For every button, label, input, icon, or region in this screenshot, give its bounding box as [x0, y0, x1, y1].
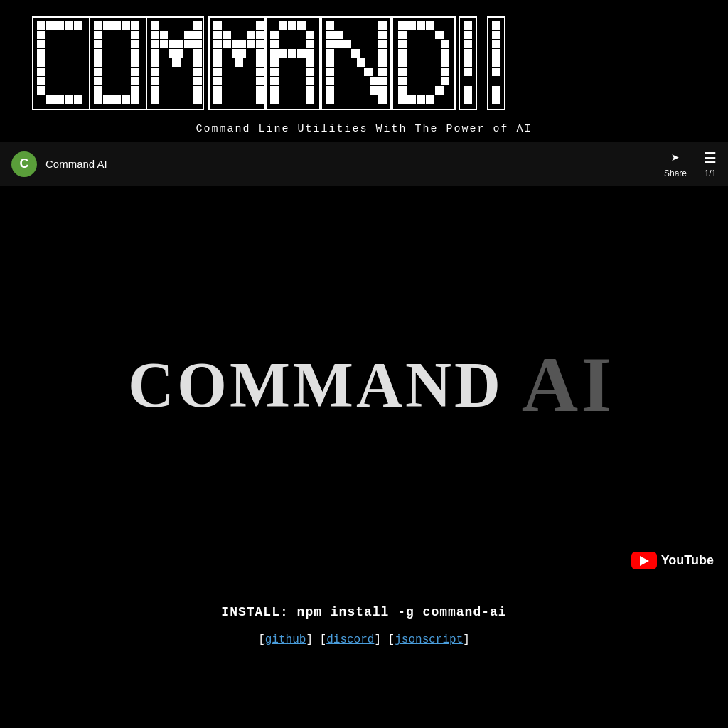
- svg-rect-27: [94, 58, 102, 67]
- svg-rect-23: [94, 40, 102, 48]
- svg-rect-137: [326, 86, 334, 95]
- svg-rect-136: [378, 77, 387, 85]
- svg-rect-130: [378, 58, 387, 67]
- svg-rect-170: [464, 86, 472, 95]
- svg-rect-65: [151, 95, 159, 104]
- svg-rect-72: [256, 31, 264, 39]
- video-card: C Command AI ➤ Share ☰ 1/1 COMMAND AI Yo…: [0, 142, 728, 584]
- share-icon: ➤: [671, 149, 680, 167]
- list-label: 1/1: [705, 168, 717, 178]
- svg-rect-89: [256, 77, 264, 85]
- svg-rect-109: [306, 68, 314, 76]
- svg-rect-54: [175, 49, 183, 58]
- jsonscript-link[interactable]: jsonscript: [395, 633, 463, 646]
- svg-rect-156: [398, 77, 407, 85]
- svg-rect-92: [213, 95, 222, 104]
- svg-rect-176: [492, 58, 500, 67]
- svg-rect-49: [175, 40, 183, 48]
- svg-rect-71: [247, 31, 255, 39]
- svg-rect-64: [193, 86, 202, 95]
- svg-rect-6: [37, 40, 46, 48]
- svg-rect-62: [193, 77, 202, 85]
- svg-rect-57: [172, 58, 181, 67]
- svg-rect-61: [151, 77, 159, 85]
- avatar: C: [11, 151, 37, 177]
- svg-rect-98: [306, 31, 314, 39]
- svg-rect-35: [94, 95, 102, 104]
- svg-rect-68: [256, 21, 264, 30]
- channel-name: Command AI: [46, 158, 107, 170]
- svg-rect-22: [131, 31, 139, 39]
- svg-rect-145: [426, 21, 434, 30]
- svg-rect-133: [378, 68, 387, 76]
- share-button[interactable]: ➤ Share: [664, 149, 687, 178]
- svg-rect-4: [74, 21, 82, 30]
- svg-rect-87: [256, 68, 264, 76]
- svg-rect-132: [364, 68, 373, 76]
- svg-rect-63: [151, 86, 159, 95]
- svg-rect-14: [65, 95, 73, 104]
- svg-rect-2: [55, 21, 64, 30]
- svg-rect-142: [398, 21, 407, 30]
- svg-rect-82: [256, 49, 264, 58]
- svg-rect-24: [131, 40, 139, 48]
- svg-rect-171: [464, 95, 472, 104]
- svg-rect-124: [378, 40, 387, 48]
- svg-rect-28: [131, 58, 139, 67]
- list-button[interactable]: ☰ 1/1: [704, 149, 717, 178]
- svg-rect-11: [37, 86, 46, 95]
- links-bracket-close: ]: [463, 633, 470, 646]
- youtube-play-triangle: [640, 556, 649, 566]
- svg-rect-103: [288, 49, 296, 58]
- video-content: COMMAND AI: [0, 186, 728, 584]
- svg-rect-178: [492, 86, 500, 95]
- svg-rect-18: [112, 21, 121, 30]
- svg-rect-83: [213, 58, 222, 67]
- svg-rect-120: [378, 31, 387, 39]
- svg-rect-26: [131, 49, 139, 58]
- install-text: INSTALL: npm install -g command-ai: [0, 605, 728, 619]
- github-link[interactable]: github: [265, 633, 306, 646]
- svg-rect-67: [213, 21, 222, 30]
- svg-rect-17: [103, 21, 112, 30]
- svg-rect-21: [94, 31, 102, 39]
- svg-rect-88: [213, 77, 222, 85]
- svg-rect-113: [306, 86, 314, 95]
- svg-rect-55: [193, 49, 202, 58]
- svg-rect-12: [46, 95, 55, 104]
- video-header: C Command AI ➤ Share ☰ 1/1: [0, 142, 728, 186]
- svg-rect-102: [279, 49, 287, 58]
- svg-rect-155: [441, 68, 449, 76]
- svg-rect-154: [398, 68, 407, 76]
- svg-rect-79: [213, 49, 222, 58]
- svg-rect-29: [94, 68, 102, 76]
- svg-rect-129: [357, 58, 365, 67]
- svg-rect-128: [326, 58, 334, 67]
- svg-rect-146: [398, 31, 407, 39]
- svg-rect-126: [351, 49, 360, 58]
- svg-rect-101: [270, 49, 279, 58]
- svg-rect-77: [247, 40, 255, 48]
- pixel-logo-svg: rect.p { fill: #fff; }: [23, 14, 705, 139]
- svg-rect-50: [184, 40, 193, 48]
- svg-rect-114: [270, 95, 279, 104]
- svg-rect-7: [37, 49, 46, 58]
- svg-rect-174: [492, 40, 500, 48]
- svg-rect-121: [326, 40, 334, 48]
- svg-rect-179: [492, 95, 500, 104]
- svg-rect-134: [326, 77, 334, 85]
- share-label: Share: [664, 168, 687, 178]
- svg-rect-169: [464, 68, 472, 76]
- svg-rect-32: [131, 77, 139, 85]
- video-player[interactable]: COMMAND AI YouTube: [0, 186, 728, 584]
- svg-rect-59: [151, 68, 159, 76]
- discord-link[interactable]: discord: [326, 633, 374, 646]
- svg-rect-15: [74, 95, 82, 104]
- svg-rect-91: [256, 86, 264, 95]
- svg-rect-111: [306, 77, 314, 85]
- svg-rect-167: [464, 49, 472, 58]
- svg-rect-69: [213, 31, 222, 39]
- svg-rect-60: [193, 68, 202, 76]
- svg-rect-122: [334, 40, 343, 48]
- svg-rect-110: [270, 77, 279, 85]
